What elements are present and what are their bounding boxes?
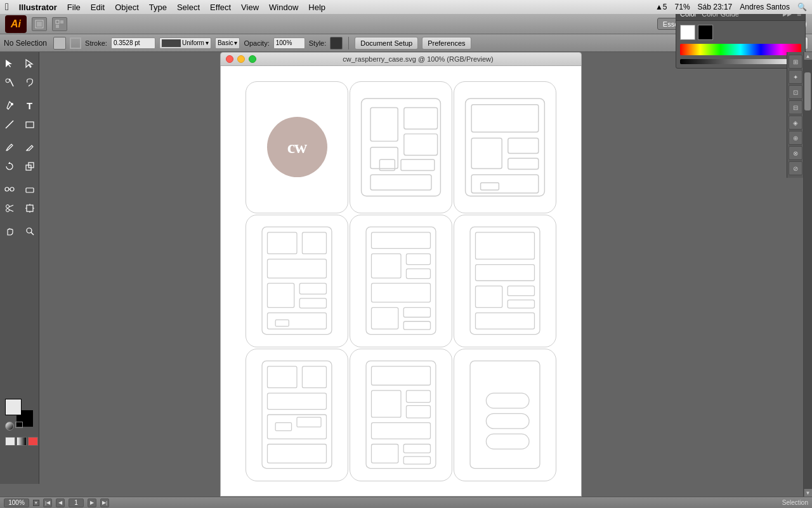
black-swatch[interactable] — [698, 25, 713, 40]
brush-tool[interactable] — [0, 138, 19, 156]
rotate-tool[interactable] — [0, 157, 19, 175]
stroke-value-input[interactable]: 0.3528 pt — [111, 37, 155, 49]
search-icon[interactable]: 🔍 — [797, 3, 807, 11]
menu-select[interactable]: Select — [177, 3, 200, 12]
eraser-tool[interactable] — [20, 180, 39, 198]
svg-point-8 — [6, 79, 10, 83]
selection-tool[interactable] — [0, 55, 19, 72]
hand-tool[interactable] — [0, 222, 19, 240]
pattern-btn[interactable] — [28, 437, 38, 446]
svg-line-10 — [6, 121, 13, 128]
svg-rect-38 — [466, 98, 545, 196]
solid-color-btn[interactable] — [5, 437, 15, 446]
document-setup-button[interactable]: Document Setup — [355, 37, 418, 50]
svg-rect-77 — [268, 444, 327, 464]
scale-tool[interactable] — [20, 157, 39, 175]
style-swatch[interactable] — [330, 37, 343, 50]
scroll-thumb[interactable] — [804, 72, 811, 110]
dock-icon-3[interactable]: ⊡ — [789, 85, 802, 99]
dock-icon-1[interactable]: ⊞ — [789, 55, 802, 69]
zoom-level-input[interactable]: 100% — [4, 498, 29, 507]
battery-level: 71% — [675, 3, 690, 11]
artboard-tool[interactable] — [20, 199, 39, 217]
scroll-down-arrow[interactable]: ▼ — [804, 489, 812, 497]
svg-rect-58 — [406, 269, 430, 279]
dock-icon-4[interactable]: ⊟ — [789, 100, 802, 114]
stroke-basic-dropdown[interactable]: Basic▾ — [215, 37, 240, 49]
apple-menu[interactable]:  — [5, 1, 9, 13]
direct-selection-tool[interactable] — [20, 55, 39, 72]
stroke-swatch[interactable] — [70, 37, 81, 49]
maximize-button[interactable] — [249, 55, 256, 63]
pencil-tool[interactable] — [20, 138, 39, 156]
page-next-button[interactable]: ▶ — [88, 498, 96, 507]
dock-icon-8[interactable]: ⊘ — [789, 161, 802, 175]
menu-file[interactable]: File — [67, 3, 81, 12]
color-mode-icon[interactable] — [5, 422, 14, 431]
svg-rect-75 — [275, 423, 291, 431]
brightness-slider[interactable] — [680, 59, 801, 64]
page-first-button[interactable]: |◀ — [43, 498, 52, 507]
svg-rect-89 — [486, 413, 529, 429]
menu-window[interactable]: Window — [269, 3, 298, 12]
menu-type[interactable]: Type — [149, 3, 167, 12]
svg-point-9 — [11, 103, 13, 105]
type-tool[interactable]: T — [20, 97, 39, 114]
none-mode-icon[interactable] — [15, 422, 23, 428]
svg-rect-53 — [275, 320, 289, 326]
svg-rect-81 — [406, 391, 430, 403]
clock: Sáb 23:17 — [698, 3, 733, 11]
close-button[interactable] — [226, 55, 233, 63]
lasso-tool[interactable] — [20, 74, 39, 91]
menu-illustrator[interactable]: Illustrator — [19, 3, 57, 12]
dock-icon-2[interactable]: ✦ — [789, 70, 802, 84]
stroke-align-dropdown[interactable]: Uniform▾ — [159, 37, 211, 49]
scroll-track[interactable] — [804, 60, 812, 489]
svg-rect-18 — [26, 188, 34, 192]
page-last-button[interactable]: ▶| — [100, 498, 109, 507]
menu-effect[interactable]: Effect — [210, 3, 231, 12]
new-art-button[interactable] — [32, 17, 47, 31]
blend-tool[interactable] — [0, 180, 19, 198]
magic-wand-tool[interactable] — [0, 74, 19, 91]
gradient-btn[interactable] — [16, 437, 27, 446]
minimize-button[interactable] — [237, 55, 245, 63]
dock-icon-6[interactable]: ⊕ — [789, 131, 802, 145]
fill-swatch[interactable] — [53, 37, 66, 50]
svg-rect-87 — [470, 361, 540, 469]
svg-rect-79 — [372, 366, 431, 385]
username: Andres Santos — [740, 3, 790, 11]
line-tool[interactable] — [0, 116, 19, 133]
svg-rect-2 — [56, 20, 59, 23]
white-swatch[interactable] — [680, 25, 695, 40]
foreground-color-swatch[interactable] — [5, 399, 22, 415]
svg-rect-88 — [486, 393, 529, 408]
scroll-up-arrow[interactable]: ▲ — [804, 52, 812, 60]
page-prev-button[interactable]: ◀ — [56, 498, 65, 507]
menu-object[interactable]: Object — [115, 3, 139, 12]
zoom-tool[interactable] — [20, 222, 39, 240]
color-spectrum[interactable] — [680, 44, 801, 55]
menu-right-section: ▲5 71% Sáb 23:17 Andres Santos 🔍 — [655, 3, 807, 11]
document-content[interactable]: cw — [220, 66, 582, 497]
shape-tool[interactable] — [20, 116, 39, 133]
opacity-input[interactable]: 100% — [273, 37, 305, 49]
dock-icon-7[interactable]: ⊗ — [789, 146, 802, 160]
dock-icon-5[interactable]: ◈ — [789, 116, 802, 130]
menu-view[interactable]: View — [241, 3, 259, 12]
svg-rect-69 — [476, 313, 535, 329]
preferences-button[interactable]: Preferences — [422, 37, 471, 50]
document-window: cw_raspberry_case.svg @ 100% (RGB/Previe… — [220, 52, 582, 497]
menu-edit[interactable]: Edit — [91, 3, 105, 12]
menu-help[interactable]: Help — [308, 3, 325, 12]
pen-tool[interactable] — [0, 97, 19, 114]
svg-rect-71 — [268, 366, 298, 388]
svg-rect-35 — [370, 175, 431, 190]
menu-bar:  Illustrator File Edit Object Type Sele… — [0, 0, 812, 14]
zoom-chevron[interactable]: ▾ — [33, 500, 39, 506]
document-title: cw_raspberry_case.svg @ 100% (RGB/Previe… — [260, 55, 576, 63]
svg-rect-39 — [471, 105, 539, 132]
scissors-tool[interactable] — [0, 199, 19, 217]
arrange-button[interactable] — [52, 17, 67, 31]
page-number-input[interactable]: 1 — [69, 498, 84, 507]
